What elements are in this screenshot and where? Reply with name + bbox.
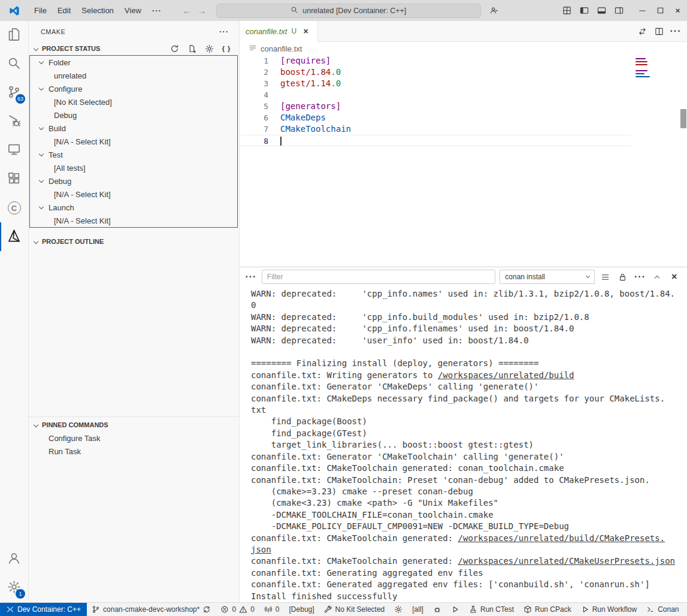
- terminal-link[interactable]: json: [251, 545, 271, 554]
- tree-item-debug[interactable]: Debug: [30, 174, 237, 188]
- command-center[interactable]: unrelated [Dev Container: C++]: [216, 4, 481, 18]
- chevron-down-icon: [39, 125, 44, 129]
- project-outline-header[interactable]: PROJECT OUTLINE: [29, 235, 239, 248]
- toggle-sidebar-icon[interactable]: [576, 2, 592, 19]
- statusbar-cmake-debug[interactable]: [428, 603, 446, 616]
- new-file-icon[interactable]: [185, 42, 198, 55]
- close-window-icon[interactable]: ×: [669, 0, 687, 21]
- tree-child-no-kit-selected[interactable]: [No Kit Selected]: [30, 95, 237, 108]
- code-line-4[interactable]: 4: [240, 89, 633, 101]
- tree-item-configure[interactable]: Configure: [30, 82, 237, 95]
- statusbar-ports[interactable]: 0: [259, 603, 285, 616]
- code-line-8[interactable]: 8: [240, 135, 631, 146]
- statusbar-run-workflow[interactable]: Run Workflow: [576, 603, 641, 616]
- open-changes-icon[interactable]: [635, 25, 649, 38]
- braces-icon[interactable]: { }: [220, 42, 233, 55]
- tree-item-launch[interactable]: Launch: [30, 201, 237, 214]
- statusbar-cmake-configure[interactable]: [389, 603, 407, 616]
- filter-input[interactable]: [262, 270, 496, 284]
- statusbar-git-branch-status[interactable]: conan-cmake-devc-workshop*: [87, 603, 216, 616]
- account-icon[interactable]: [0, 545, 28, 573]
- tree-child-n-a-select-kit[interactable]: [N/A - Select Kit]: [30, 135, 237, 148]
- statusbar-cmake-kit[interactable]: No Kit Selected: [319, 603, 390, 616]
- scrollbar-thumb[interactable]: [680, 109, 686, 128]
- sidebar-more-actions-icon[interactable]: ···: [217, 25, 231, 38]
- toggle-panel-icon[interactable]: [594, 2, 610, 19]
- minimize-icon[interactable]: [633, 0, 651, 21]
- menu-selection[interactable]: Selection: [76, 4, 119, 17]
- extensions-icon[interactable]: [0, 165, 28, 194]
- explorer-icon[interactable]: [0, 21, 28, 50]
- pinned-commands-header[interactable]: PINNED COMMANDS: [29, 418, 239, 431]
- back-arrow-icon[interactable]: ←: [183, 5, 192, 16]
- menu-edit[interactable]: Edit: [52, 4, 76, 17]
- statusbar-cmake-build-target[interactable]: [all]: [407, 603, 428, 616]
- c-extension-icon[interactable]: C: [0, 194, 28, 222]
- source-control-icon[interactable]: 63: [0, 78, 28, 107]
- tree-item-label: Launch: [49, 203, 74, 212]
- menu-view[interactable]: View: [119, 4, 147, 17]
- tree-child-all-tests[interactable]: [All tests]: [30, 161, 237, 174]
- pinned-command-run-task[interactable]: Run Task: [29, 445, 239, 458]
- output-list-icon[interactable]: [599, 270, 612, 283]
- statusbar-cmake-launch[interactable]: [446, 603, 464, 616]
- code-line-1[interactable]: 1[requires]: [240, 55, 633, 67]
- more-actions-icon[interactable]: ···: [669, 25, 682, 38]
- search-view-icon[interactable]: [0, 50, 28, 78]
- code-line-6[interactable]: 6CMakeDeps: [240, 112, 633, 123]
- code-line-3[interactable]: 3gtest/1.14.0: [240, 78, 633, 89]
- breadcrumb[interactable]: conanfile.txt: [240, 42, 687, 55]
- panel-more-icon[interactable]: ···: [244, 270, 258, 283]
- run-debug-icon[interactable]: [0, 107, 28, 136]
- tree-child-n-a-select-kit[interactable]: [N/A - Select Kit]: [30, 214, 237, 227]
- profile-icon[interactable]: [486, 2, 502, 19]
- statusbar-run-cpack[interactable]: Run CPack: [519, 603, 576, 616]
- terminal-link[interactable]: /workspaces/unrelated/build/CMakePresets…: [458, 533, 665, 543]
- code-line-5[interactable]: 5[generators]: [240, 101, 633, 112]
- output-channel-select[interactable]: conan install: [500, 270, 595, 284]
- remote-explorer-icon[interactable]: [0, 136, 28, 165]
- close-tab-icon[interactable]: ×: [301, 26, 311, 37]
- statusbar-run-ctest[interactable]: Run CTest: [464, 603, 519, 616]
- menu-overflow-icon[interactable]: ···: [147, 4, 167, 17]
- maximize-icon[interactable]: [651, 0, 669, 21]
- editor-layout-icon[interactable]: [559, 2, 575, 19]
- toggle-secondary-sidebar-icon[interactable]: [611, 2, 627, 19]
- tree-child-unrelated[interactable]: unrelated: [30, 69, 237, 82]
- broadcast-icon: [264, 605, 273, 614]
- chevron-down-icon: [34, 46, 38, 51]
- tree-child-debug[interactable]: Debug: [30, 108, 237, 122]
- split-editor-icon[interactable]: [652, 25, 665, 38]
- statusbar-conan[interactable]: Conan: [641, 603, 683, 616]
- tree-item-folder[interactable]: Folder: [30, 56, 237, 69]
- refresh-icon[interactable]: [168, 42, 181, 55]
- statusbar-text: 0: [232, 605, 236, 614]
- tree-item-test[interactable]: Test: [30, 148, 237, 161]
- code-editor[interactable]: 1[requires]2boost/1.84.03gtest/1.14.045[…: [240, 55, 633, 146]
- project-status-header[interactable]: PROJECT STATUS { }: [29, 42, 239, 55]
- terminal-link[interactable]: /workspaces/unrelated/build: [438, 370, 574, 380]
- gear-icon[interactable]: [202, 42, 216, 55]
- lock-icon[interactable]: [616, 270, 630, 283]
- statusbar-cmake-build-variant[interactable]: [Debug]: [285, 603, 319, 616]
- tab-conanfile[interactable]: conanfile.txt U ×: [240, 21, 318, 42]
- output-log[interactable]: WARN: deprecated: 'cpp_info.names' used …: [240, 286, 687, 602]
- pinned-command-configure-task[interactable]: Configure Task: [29, 431, 239, 445]
- settings-gear-icon[interactable]: 1: [0, 573, 28, 602]
- terminal-line: target_link_libraries(... boost::boost g…: [251, 439, 687, 451]
- menu-file[interactable]: File: [29, 4, 52, 17]
- cmake-view-icon[interactable]: [0, 222, 28, 251]
- tree-item-build[interactable]: Build: [30, 122, 237, 135]
- minimap[interactable]: [633, 55, 679, 82]
- terminal-link[interactable]: /workspaces/unrelated/CMakeUserPresets.j…: [458, 556, 675, 566]
- close-panel-icon[interactable]: ×: [668, 270, 681, 283]
- code-line-2[interactable]: 2boost/1.84.0: [240, 67, 633, 78]
- statusbar-items: conan-cmake-devc-workshop*000[Debug]No K…: [87, 603, 683, 616]
- statusbar-problems[interactable]: 00: [216, 603, 259, 616]
- maximize-panel-icon[interactable]: [650, 270, 664, 283]
- remote-indicator[interactable]: Dev Container: C++: [0, 603, 87, 616]
- code-line-7[interactable]: 7CMakeToolchain: [240, 123, 633, 135]
- panel-actions-icon[interactable]: ···: [634, 270, 647, 283]
- tree-child-n-a-select-kit[interactable]: [N/A - Select Kit]: [30, 188, 237, 201]
- forward-arrow-icon[interactable]: →: [198, 5, 207, 16]
